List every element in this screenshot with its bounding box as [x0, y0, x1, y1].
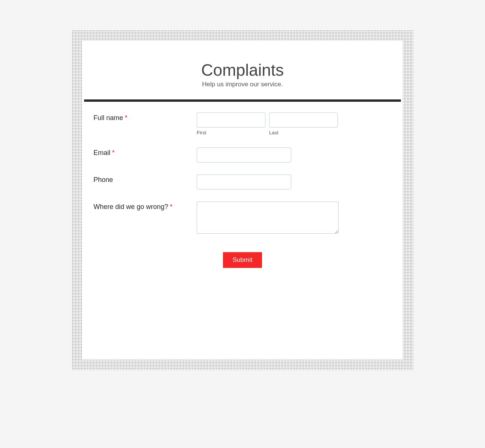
- phone-input[interactable]: [197, 174, 291, 189]
- last-name-sublabel: Last: [269, 130, 338, 135]
- form-card: Complaints Help us improve our service. …: [82, 41, 403, 359]
- last-name-input[interactable]: [269, 113, 338, 128]
- wrong-label: Where did we go wrong?: [93, 203, 168, 210]
- page-title: Complaints: [90, 61, 395, 79]
- submit-row: Submit: [93, 252, 392, 268]
- fullname-row: Full name * First Last: [93, 113, 392, 135]
- phone-label: Phone: [93, 176, 113, 183]
- required-mark: *: [170, 203, 173, 210]
- required-mark: *: [125, 114, 127, 122]
- email-input[interactable]: [197, 147, 291, 162]
- wrong-row: Where did we go wrong? *: [93, 201, 392, 235]
- first-name-input[interactable]: [197, 113, 265, 128]
- form-frame: Complaints Help us improve our service. …: [72, 30, 413, 370]
- email-label: Email: [93, 149, 110, 156]
- submit-button[interactable]: Submit: [223, 252, 262, 268]
- wrong-textarea[interactable]: [197, 201, 339, 234]
- phone-row: Phone: [93, 174, 392, 189]
- email-row: Email *: [93, 147, 392, 162]
- form-header: Complaints Help us improve our service.: [82, 61, 403, 99]
- first-name-sublabel: First: [197, 130, 265, 135]
- required-mark: *: [112, 149, 114, 156]
- header-divider: [84, 99, 401, 102]
- form-body: Full name * First Last: [82, 113, 403, 268]
- page-subtitle: Help us improve our service.: [90, 81, 395, 88]
- fullname-label: Full name: [93, 114, 123, 122]
